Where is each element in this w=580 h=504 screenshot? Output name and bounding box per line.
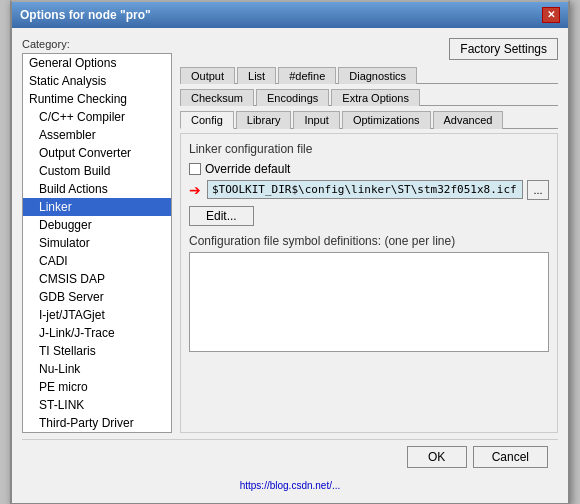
- sidebar-item-third-party-driver[interactable]: Third-Party Driver: [23, 414, 171, 432]
- sidebar-item-jlink-jtrace[interactable]: J-Link/J-Trace: [23, 324, 171, 342]
- sidebar-item-gdb-server[interactable]: GDB Server: [23, 288, 171, 306]
- config-path-input[interactable]: [207, 180, 523, 199]
- sidebar-list: General OptionsStatic AnalysisRuntime Ch…: [22, 53, 172, 433]
- path-row: ➔ ...: [189, 180, 549, 200]
- tab-diagnostics[interactable]: Diagnostics: [338, 67, 417, 84]
- sidebar-item-linker[interactable]: Linker: [23, 198, 171, 216]
- sidebar-item-general-options[interactable]: General Options: [23, 54, 171, 72]
- bottom-bar: OK Cancel: [22, 439, 558, 474]
- browse-button[interactable]: ...: [527, 180, 549, 200]
- factory-settings-button[interactable]: Factory Settings: [449, 38, 558, 60]
- sidebar-item-debugger[interactable]: Debugger: [23, 216, 171, 234]
- override-row: Override default: [189, 162, 549, 176]
- tab-advanced[interactable]: Advanced: [433, 111, 504, 129]
- right-panel: Factory Settings OutputList#defineDiagno…: [180, 38, 558, 433]
- sidebar-item-cpp-compiler[interactable]: C/C++ Compiler: [23, 108, 171, 126]
- sidebar-item-build-actions[interactable]: Build Actions: [23, 180, 171, 198]
- sidebar-item-assembler[interactable]: Assembler: [23, 126, 171, 144]
- override-checkbox[interactable]: [189, 163, 201, 175]
- linker-content: Linker configuration file Override defau…: [180, 133, 558, 433]
- edit-btn-row: Edit...: [189, 206, 549, 226]
- tab-checksum[interactable]: Checksum: [180, 89, 254, 106]
- definitions-textarea[interactable]: [189, 252, 549, 352]
- factory-btn-row: Factory Settings: [180, 38, 558, 60]
- sidebar-item-ti-msp-fet[interactable]: TI MSP-FET: [23, 432, 171, 433]
- definitions-label: Configuration file symbol definitions: (…: [189, 234, 549, 248]
- sidebar-item-cadi[interactable]: CADI: [23, 252, 171, 270]
- sidebar-item-pe-micro[interactable]: PE micro: [23, 378, 171, 396]
- title-bar: Options for node "pro" ✕: [12, 2, 568, 28]
- sidebar-item-ti-stellaris[interactable]: TI Stellaris: [23, 342, 171, 360]
- tab-optimizations[interactable]: Optimizations: [342, 111, 431, 129]
- config-file-label: Linker configuration file: [189, 142, 549, 156]
- override-label: Override default: [205, 162, 290, 176]
- tabs-row2: ChecksumEncodingsExtra Options: [180, 88, 558, 106]
- category-label: Category:: [22, 38, 172, 50]
- tab-output[interactable]: Output: [180, 67, 235, 84]
- ok-button[interactable]: OK: [407, 446, 467, 468]
- window-body: Category: General OptionsStatic Analysis…: [12, 28, 568, 503]
- sidebar-item-static-analysis[interactable]: Static Analysis: [23, 72, 171, 90]
- sidebar-item-nu-link[interactable]: Nu-Link: [23, 360, 171, 378]
- tab-library[interactable]: Library: [236, 111, 292, 129]
- sidebar: Category: General OptionsStatic Analysis…: [22, 38, 172, 433]
- main-content: Category: General OptionsStatic Analysis…: [22, 38, 558, 433]
- tab-list[interactable]: List: [237, 67, 276, 84]
- sidebar-item-custom-build[interactable]: Custom Build: [23, 162, 171, 180]
- tabs-row1: OutputList#defineDiagnostics: [180, 66, 558, 84]
- cancel-button[interactable]: Cancel: [473, 446, 548, 468]
- sidebar-item-st-link[interactable]: ST-LINK: [23, 396, 171, 414]
- sidebar-item-i-jet-jtagjet[interactable]: I-jet/JTAGjet: [23, 306, 171, 324]
- sidebar-item-simulator[interactable]: Simulator: [23, 234, 171, 252]
- sidebar-item-cmsis-dap[interactable]: CMSIS DAP: [23, 270, 171, 288]
- close-button[interactable]: ✕: [542, 7, 560, 23]
- tab-config[interactable]: Config: [180, 111, 234, 129]
- edit-button[interactable]: Edit...: [189, 206, 254, 226]
- watermark: https://blog.csdn.net/...: [22, 480, 558, 493]
- tab-encodings[interactable]: Encodings: [256, 89, 329, 106]
- arrow-icon: ➔: [189, 182, 201, 198]
- tab-extra-options[interactable]: Extra Options: [331, 89, 420, 106]
- tabs-row3: ConfigLibraryInputOptimizationsAdvanced: [180, 110, 558, 129]
- window-title: Options for node "pro": [20, 8, 151, 22]
- tab-define[interactable]: #define: [278, 67, 336, 84]
- tab-input[interactable]: Input: [293, 111, 339, 129]
- sidebar-item-runtime-checking[interactable]: Runtime Checking: [23, 90, 171, 108]
- sidebar-item-output-converter[interactable]: Output Converter: [23, 144, 171, 162]
- main-window: Options for node "pro" ✕ Category: Gener…: [10, 0, 570, 504]
